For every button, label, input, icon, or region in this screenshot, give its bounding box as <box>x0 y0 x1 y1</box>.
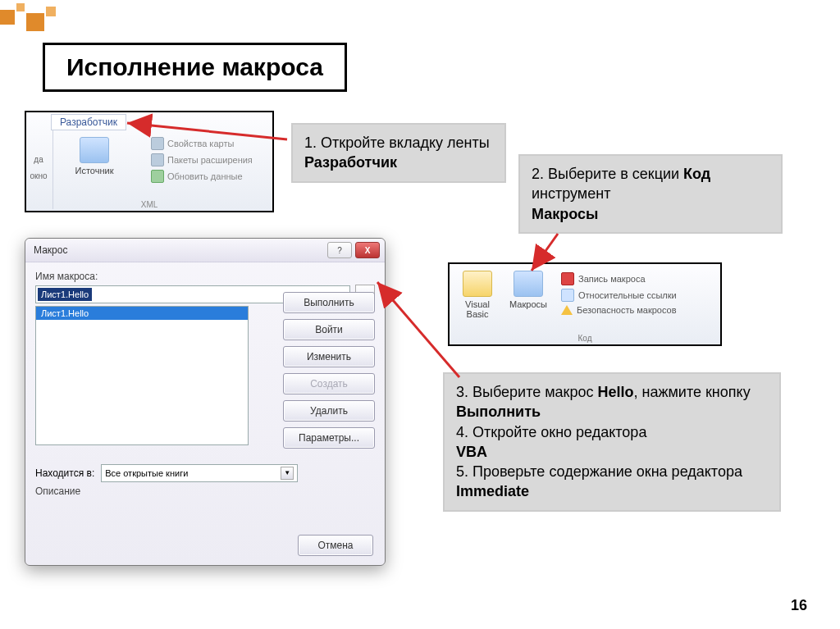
chevron-down-icon: ▼ <box>281 467 294 480</box>
expansion-packs-button[interactable]: Пакеты расширения <box>151 153 253 166</box>
location-label: Находится в: <box>35 467 94 479</box>
run-button[interactable]: Выполнить <box>283 292 375 313</box>
group-label-code: Код <box>578 334 591 343</box>
visual-basic-label: Visual Basic <box>454 299 500 319</box>
visual-basic-icon <box>463 271 492 297</box>
relative-refs-label: Относительные ссылки <box>578 290 677 300</box>
ribbon-developer: Разработчик да окно Источник Свойства ка… <box>25 111 274 212</box>
source-icon <box>80 137 109 163</box>
description-label: Описание <box>35 485 80 497</box>
callout-step2: 2. Выберите в секции Код инструмент Макр… <box>518 154 783 234</box>
source-button[interactable]: Источник <box>62 137 126 175</box>
ribbon-code-group: Visual Basic Макросы Запись макроса Отно… <box>448 262 722 346</box>
record-macro-button[interactable]: Запись макроса <box>561 272 646 285</box>
macro-security-button[interactable]: Безопасность макросов <box>561 305 677 315</box>
cancel-button[interactable]: Отмена <box>298 535 373 556</box>
relative-refs-icon <box>561 289 574 302</box>
arrow-step3 <box>377 282 459 377</box>
dialog-title: Макрос <box>34 244 67 256</box>
corner-decoration <box>0 0 98 31</box>
expansion-packs-label: Пакеты расширения <box>167 155 253 165</box>
ribbon-tab-developer[interactable]: Разработчик <box>51 114 126 130</box>
macro-security-label: Безопасность макросов <box>577 305 677 315</box>
visual-basic-button[interactable]: Visual Basic <box>454 269 500 319</box>
refresh-data-label: Обновить данные <box>167 171 243 181</box>
macros-icon <box>514 271 543 297</box>
macro-list-item[interactable]: Лист1.Hello <box>36 307 248 320</box>
close-button[interactable]: X <box>355 242 380 258</box>
help-button[interactable]: ? <box>327 242 352 258</box>
edit-button[interactable]: Изменить <box>283 346 375 367</box>
record-icon <box>561 272 574 285</box>
map-properties-label: Свойства карты <box>167 139 234 148</box>
page-number: 16 <box>791 597 807 614</box>
macros-label: Макросы <box>505 299 551 309</box>
macro-name-value: Лист1.Hello <box>38 288 92 301</box>
refresh-icon <box>151 170 164 183</box>
relative-refs-button[interactable]: Относительные ссылки <box>561 289 677 302</box>
refresh-data-button[interactable]: Обновить данные <box>151 170 243 183</box>
map-properties-icon <box>151 137 164 150</box>
callout-step1: 1. Откройте вкладку ленты Разработчик <box>291 123 506 183</box>
slide-title: Исполнение макроса <box>43 43 347 92</box>
macros-button[interactable]: Макросы <box>505 269 551 309</box>
step-into-button[interactable]: Войти <box>283 319 375 340</box>
macro-list[interactable]: Лист1.Hello <box>35 306 249 445</box>
group-label-xml: XML <box>141 200 158 209</box>
ribbon-fragment-da: да <box>30 155 48 164</box>
map-properties-button[interactable]: Свойства карты <box>151 137 234 150</box>
delete-button[interactable]: Удалить <box>283 400 375 422</box>
create-button: Создать <box>283 373 375 394</box>
location-select[interactable]: Все открытые книги ▼ <box>101 464 298 482</box>
macro-dialog: Макрос ? X Имя макроса: Лист1.Hello ▦ Ли… <box>25 238 386 566</box>
callout-steps345: 3. Выберите макрос Hello, нажмите кнопку… <box>443 372 781 512</box>
source-label: Источник <box>62 166 126 175</box>
location-value: Все открытые книги <box>105 468 188 478</box>
dialog-titlebar: Макрос ? X <box>25 239 385 262</box>
expansion-packs-icon <box>151 153 164 166</box>
warning-icon <box>561 305 573 315</box>
options-button[interactable]: Параметры... <box>283 427 375 449</box>
ribbon-fragment-okno: окно <box>30 171 48 180</box>
macro-name-label: Имя макроса: <box>35 271 375 282</box>
record-macro-label: Запись макроса <box>578 274 646 284</box>
